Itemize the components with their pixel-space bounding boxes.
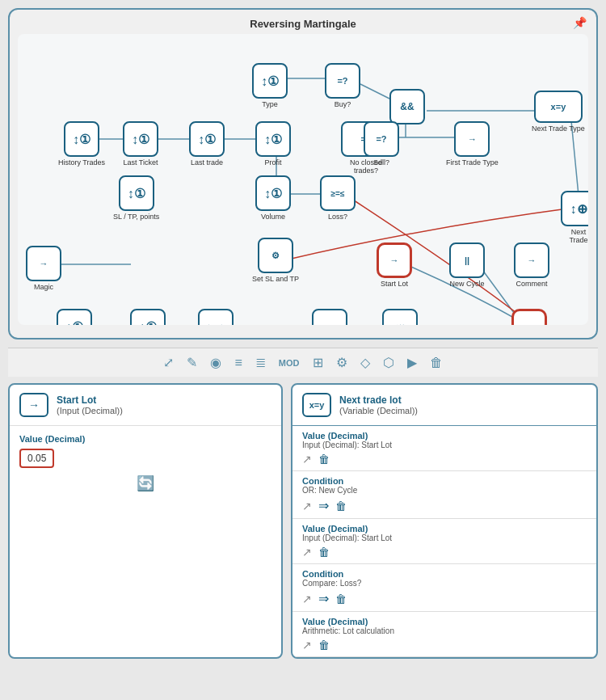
toolbar-icon-diamond[interactable]: ◇ — [360, 355, 370, 370]
toolbar-icon-trash[interactable]: 🗑 — [430, 356, 443, 370]
bottom-panels: → Start Lot (Input (Decimal)) Value (Dec… — [8, 383, 598, 659]
next-trade-lot-subtitle: (Variable (Decimal)) — [339, 406, 418, 415]
panel-row-1-trash[interactable]: 🗑 — [318, 453, 330, 466]
panel-row-4-actions: ↗ ⇒ 🗑 — [302, 591, 587, 606]
node-loss[interactable]: ≥=≤ Loss? — [320, 175, 356, 221]
diagram-title: Reversing Martingale — [18, 18, 588, 30]
panel-row-5-type: Value (Decimal) — [302, 617, 587, 626]
node-label-buy: Buy? — [335, 100, 351, 108]
node-lot-calculation[interactable]: ÷× Lot calculation — [377, 309, 423, 325]
panel-row-5-trash[interactable]: 🗑 — [318, 639, 330, 652]
panel-row-2-actions: ↗ ⇒ 🗑 — [302, 498, 587, 513]
node-label-magic: Magic — [34, 283, 53, 291]
node-label-history-trades: History Trades — [58, 158, 105, 167]
node-set-sl-tp[interactable]: ⚙ Set SL and TP — [252, 238, 299, 283]
node-label-sell: Sell? — [373, 158, 389, 167]
toolbar-icon-align-left[interactable]: ≡ — [234, 356, 242, 370]
toolbar-icon-settings[interactable]: ◉ — [210, 355, 221, 370]
panel-start-lot-header: → Start Lot (Input (Decimal)) — [10, 385, 281, 426]
panel-row-1-type: Value (Decimal) — [302, 431, 587, 441]
next-trade-lot-title: Next trade lot — [339, 394, 418, 406]
panel-row-1-sub: Input (Decimal): Start Lot — [302, 441, 587, 449]
next-trade-lot-title-block: Next trade lot (Variable (Decimal)) — [339, 394, 418, 415]
panel-row-2-trash[interactable]: 🗑 — [335, 500, 347, 512]
reload-icon[interactable]: 🔄 — [19, 474, 271, 492]
panel-next-trade-lot-header: x=y Next trade lot (Variable (Decimal)) — [292, 385, 596, 426]
node-last-trade[interactable]: ↕① Last trade — [189, 121, 225, 167]
node-sl-tp[interactable]: ↕① SL / TP, points — [113, 175, 159, 221]
node-lot-multiplier[interactable]: → Lot Multiplier — [309, 309, 350, 325]
node-position-exist[interactable]: ≥=≤ Position exist — [194, 309, 237, 325]
next-trade-lot-icon: x=y — [302, 393, 331, 417]
panel-row-3-trash[interactable]: 🗑 — [318, 546, 330, 559]
node-trades-number[interactable]: ↕① Trades Number — [123, 309, 173, 325]
panel-row-2-arrow[interactable]: ⇒ — [318, 498, 329, 513]
toolbar-icon-mod[interactable]: MOD — [279, 358, 300, 368]
connections-layer — [18, 34, 588, 325]
node-first-trade-type[interactable]: → First Trade Type — [446, 121, 499, 167]
panel-row-5-link[interactable]: ↗ — [302, 639, 312, 652]
node-label-last-trade: Last trade — [191, 158, 223, 167]
toolbar-icon-grid[interactable]: ⊞ — [313, 355, 323, 370]
panel-row-1-link[interactable]: ↗ — [302, 453, 312, 466]
node-label-type: Type — [262, 100, 278, 108]
panel-row-5-sub: Arithmetic: Lot calculation — [302, 626, 587, 635]
node-magic[interactable]: → Magic — [26, 246, 61, 291]
panel-row-1: Value (Decimal) Input (Decimal): Start L… — [292, 426, 596, 471]
node-comment[interactable]: → Comment — [514, 242, 549, 288]
panel-row-4-trash[interactable]: 🗑 — [335, 592, 347, 605]
panel-row-5-actions: ↗ 🗑 — [302, 639, 587, 652]
toolbar-icon-gear[interactable]: ⚙ — [336, 355, 347, 370]
panel-row-4: Condition Compare: Loss? ↗ ⇒ 🗑 — [292, 564, 596, 612]
diagram-canvas: ↕① History Trades ↕① Last Ticket ↕① Last… — [18, 34, 588, 325]
node-label-next-trade: Next Trade — [561, 228, 588, 244]
node-label-start-lot: Start Lot — [381, 280, 408, 288]
panel-row-4-link[interactable]: ↗ — [302, 592, 312, 605]
node-profit[interactable]: ↕① Profit — [255, 121, 291, 167]
panel-start-lot-body: Value (Decimal) 0.05 🔄 — [10, 426, 281, 500]
panel-row-2-link[interactable]: ↗ — [302, 500, 312, 512]
node-label-first-trade-type: First Trade Type — [446, 158, 499, 167]
toolbar-icon-edit[interactable]: ✎ — [187, 355, 197, 370]
panel-start-lot: → Start Lot (Input (Decimal)) Value (Dec… — [8, 383, 283, 659]
panel-row-2-sub: OR: New Cycle — [302, 486, 587, 495]
node-label-next-trade-type: Next Trade Type — [532, 124, 585, 133]
node-label-volume: Volume — [261, 213, 285, 221]
node-and[interactable]: && — [389, 89, 425, 124]
node-type[interactable]: ↕① Type — [252, 63, 288, 108]
start-lot-subtitle: (Input (Decimal)) — [57, 406, 123, 415]
node-new-cycle[interactable]: || New Cycle — [449, 242, 485, 288]
node-history-trades[interactable]: ↕① History Trades — [58, 121, 105, 167]
start-lot-title: Start Lot — [57, 394, 123, 406]
panel-row-3: Value (Decimal) Input (Decimal): Start L… — [292, 519, 596, 564]
node-last-ticket[interactable]: ↕① Last Ticket — [123, 121, 158, 167]
node-buy[interactable]: =? Buy? — [325, 63, 360, 108]
panel-row-3-actions: ↗ 🗑 — [302, 546, 587, 559]
node-current-trades[interactable]: ↕① Current Trades — [50, 309, 99, 325]
panel-row-3-link[interactable]: ↗ — [302, 546, 312, 559]
start-lot-icon: → — [19, 393, 48, 417]
node-label-set-sl-tp: Set SL and TP — [252, 275, 299, 283]
node-sell[interactable]: =? Sell? — [317, 121, 352, 167]
main-diagram: Reversing Martingale 📌 — [8, 8, 598, 339]
node-volume[interactable]: ↕① Volume — [255, 175, 291, 221]
toolbar-icon-play[interactable]: ▶ — [407, 355, 417, 370]
node-start-lot[interactable]: → Start Lot — [377, 242, 412, 288]
panel-row-2: Condition OR: New Cycle ↗ ⇒ 🗑 — [292, 471, 596, 519]
toolbar-icon-hex[interactable]: ⬡ — [383, 355, 394, 370]
toolbar-icon-import[interactable]: ⤢ — [163, 355, 174, 370]
node-next-trade[interactable]: ↕⊕ Next Trade — [561, 191, 588, 244]
node-next-trade-type[interactable]: x=y Next Trade Type — [532, 91, 585, 133]
panel-row-5: Value (Decimal) Arithmetic: Lot calculat… — [292, 612, 596, 657]
panel-row-3-type: Value (Decimal) — [302, 524, 587, 533]
start-lot-value[interactable]: 0.05 — [19, 449, 54, 468]
node-label-comment: Comment — [516, 280, 547, 288]
toolbar-icon-align-right[interactable]: ≣ — [255, 355, 266, 370]
node-next-trade-lot[interactable]: x=y Next trade lot — [507, 309, 551, 325]
node-label-loss: Loss? — [328, 213, 347, 221]
pin-icon[interactable]: 📌 — [573, 16, 587, 29]
node-label-new-cycle: New Cycle — [449, 280, 484, 288]
node-label-last-ticket: Last Ticket — [123, 158, 158, 167]
panel-row-4-arrow[interactable]: ⇒ — [318, 591, 329, 606]
node-label-profit: Profit — [264, 158, 281, 167]
